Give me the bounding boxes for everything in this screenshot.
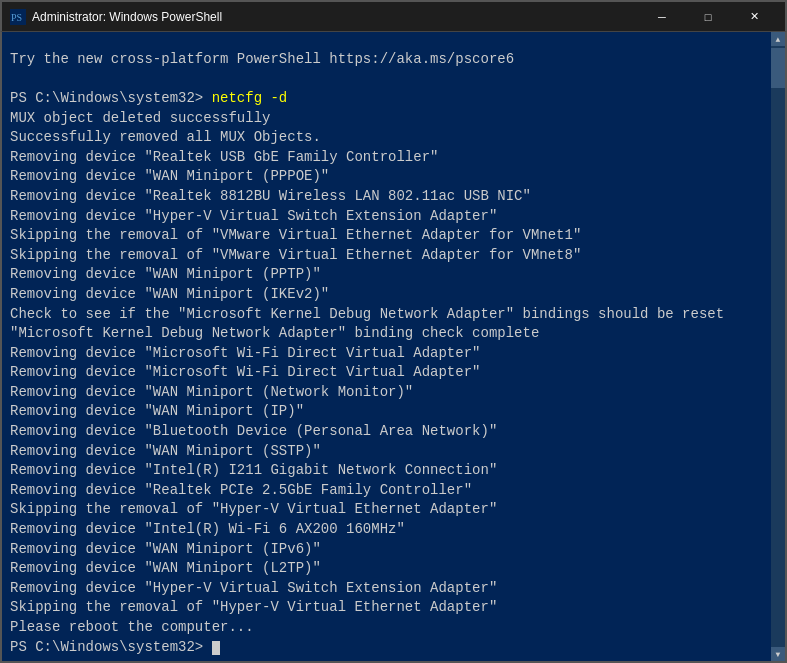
- terminal-wrapper: Windows PowerShell Copyright (C) Microso…: [0, 32, 787, 663]
- scrollbar[interactable]: ▲ ▼: [771, 32, 785, 661]
- powershell-icon: PS: [10, 9, 26, 25]
- window-controls: ─ □ ✕: [639, 1, 777, 33]
- minimize-button[interactable]: ─: [639, 1, 685, 33]
- scroll-down-button[interactable]: ▼: [771, 647, 785, 661]
- window-title: Administrator: Windows PowerShell: [32, 10, 639, 24]
- scroll-up-button[interactable]: ▲: [771, 32, 785, 46]
- maximize-button[interactable]: □: [685, 1, 731, 33]
- title-bar: PS Administrator: Windows PowerShell ─ □…: [0, 0, 787, 32]
- scrollbar-track[interactable]: [771, 46, 785, 647]
- terminal-output[interactable]: Windows PowerShell Copyright (C) Microso…: [2, 32, 771, 661]
- close-button[interactable]: ✕: [731, 1, 777, 33]
- scrollbar-thumb[interactable]: [771, 48, 785, 88]
- svg-text:PS: PS: [11, 12, 22, 23]
